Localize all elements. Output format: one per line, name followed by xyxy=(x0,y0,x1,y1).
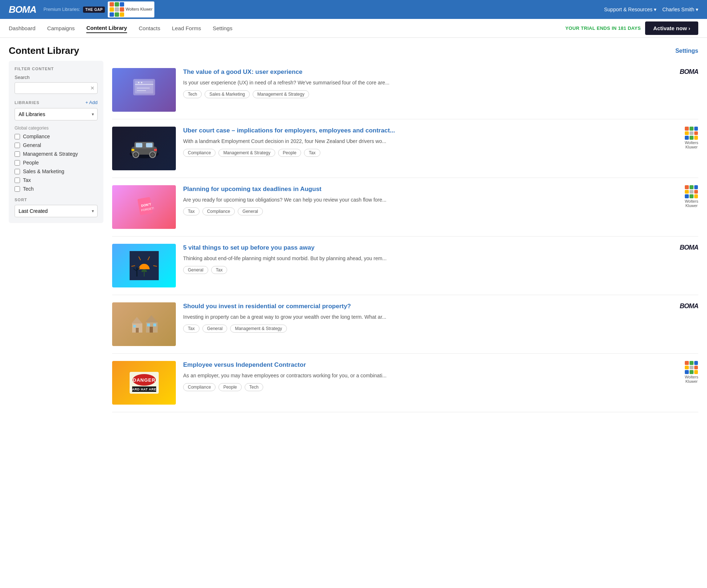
search-clear-icon[interactable]: ✕ xyxy=(90,85,95,91)
nav-contacts[interactable]: Contacts xyxy=(139,24,160,33)
categories-list: Compliance General Management & Strategy… xyxy=(15,134,98,192)
tag[interactable]: General xyxy=(202,325,228,333)
wk-source-text: WoltersKluwer xyxy=(685,199,698,208)
cat-sales-checkbox[interactable] xyxy=(15,169,20,174)
activate-button[interactable]: Activate now › xyxy=(645,21,698,35)
svg-marker-34 xyxy=(131,317,142,323)
libraries-select-wrap: All Libraries xyxy=(15,108,98,120)
category-general[interactable]: General xyxy=(15,142,98,148)
tag[interactable]: General xyxy=(183,266,208,274)
sidebar: FILTER CONTENT Search ✕ LIBRARIES + Add … xyxy=(9,61,103,412)
wk-source: WoltersKluwer xyxy=(685,361,698,384)
tag[interactable]: Management & Strategy xyxy=(253,90,309,98)
tag[interactable]: Management & Strategy xyxy=(218,149,275,157)
article-title[interactable]: Uber court case – implications for emplo… xyxy=(183,127,658,135)
article-body: Should you invest in residential or comm… xyxy=(183,302,658,333)
add-library-link[interactable]: + Add xyxy=(85,100,98,105)
svg-text:HARD HAT AREA: HARD HAT AREA xyxy=(129,388,159,391)
tag[interactable]: Tax xyxy=(211,266,228,274)
wk-source: WoltersKluwer xyxy=(685,185,698,208)
trial-text: YOUR TRIAL ENDS IN 181 DAYS xyxy=(565,25,641,31)
tag[interactable]: Tax xyxy=(183,207,200,215)
nav-lead-forms[interactable]: Lead Forms xyxy=(172,24,201,33)
search-label: Search xyxy=(15,75,98,80)
tag[interactable]: General xyxy=(238,207,263,215)
cat-tax-checkbox[interactable] xyxy=(15,178,20,183)
page-title: Content Library xyxy=(9,45,79,56)
article-card: Should you invest in residential or comm… xyxy=(112,295,698,354)
search-input-wrap: ✕ xyxy=(15,82,98,94)
article-title[interactable]: Planning for upcoming tax deadlines in A… xyxy=(183,185,658,193)
article-title[interactable]: Employee versus Independent Contractor xyxy=(183,361,658,369)
boma-logo: BOMA xyxy=(9,4,36,15)
svg-point-13 xyxy=(134,153,137,156)
thumb-inner: DANGER HARD HAT AREA xyxy=(112,361,176,405)
category-tax[interactable]: Tax xyxy=(15,177,98,183)
category-people[interactable]: People xyxy=(15,160,98,166)
article-tags: Tax Compliance General xyxy=(183,207,658,215)
wk-label: Wolters Kluwer xyxy=(126,7,153,12)
secondary-nav: Dashboard Campaigns Content Library Cont… xyxy=(0,19,707,38)
nav-campaigns[interactable]: Campaigns xyxy=(47,24,75,33)
sort-select[interactable]: Last Created xyxy=(15,205,98,217)
article-body: Employee versus Independent Contractor A… xyxy=(183,361,658,391)
tag[interactable]: Management & Strategy xyxy=(230,325,287,333)
car-icon xyxy=(128,134,161,163)
category-management[interactable]: Management & Strategy xyxy=(15,151,98,157)
svg-rect-37 xyxy=(133,325,136,327)
nav-dashboard[interactable]: Dashboard xyxy=(9,24,35,33)
cat-tech-checkbox[interactable] xyxy=(15,186,20,192)
article-title[interactable]: 5 vital things to set up before you pass… xyxy=(183,244,658,252)
wk-source: WoltersKluwer xyxy=(685,127,698,149)
user-menu[interactable]: Charles Smith ▾ xyxy=(662,7,698,12)
tag[interactable]: Compliance xyxy=(183,383,216,391)
article-source: BOMA xyxy=(665,68,698,76)
category-tech[interactable]: Tech xyxy=(15,186,98,192)
svg-rect-10 xyxy=(136,143,142,147)
article-tags: Compliance Management & Strategy People … xyxy=(183,149,658,157)
tag[interactable]: Tech xyxy=(183,90,202,98)
libraries-select[interactable]: All Libraries xyxy=(15,108,98,120)
tag[interactable]: Compliance xyxy=(183,149,216,157)
nav-settings[interactable]: Settings xyxy=(213,24,232,33)
cat-people-checkbox[interactable] xyxy=(15,160,20,166)
search-input[interactable] xyxy=(15,82,98,94)
article-tags: Compliance People Tech xyxy=(183,383,658,391)
article-thumbnail: DANGER HARD HAT AREA xyxy=(112,361,176,405)
thumb-inner xyxy=(112,244,176,287)
boma-source-logo: BOMA xyxy=(680,244,698,251)
tag[interactable]: Tax xyxy=(304,149,320,157)
svg-rect-36 xyxy=(136,328,139,333)
cat-compliance-checkbox[interactable] xyxy=(15,134,20,139)
tag[interactable]: Tech xyxy=(245,383,263,391)
article-title[interactable]: The value of a good UX: user experience xyxy=(183,68,658,76)
article-body: The value of a good UX: user experience … xyxy=(183,68,658,98)
category-compliance[interactable]: Compliance xyxy=(15,134,98,139)
tag[interactable]: Tax xyxy=(183,325,200,333)
cat-tech-label: Tech xyxy=(23,186,34,192)
tag[interactable]: Compliance xyxy=(202,207,235,215)
cat-management-checkbox[interactable] xyxy=(15,151,20,157)
trial-section: YOUR TRIAL ENDS IN 181 DAYS Activate now… xyxy=(565,21,698,35)
nav-content-library[interactable]: Content Library xyxy=(86,23,127,33)
global-cats-label: Global categories xyxy=(15,126,98,131)
cat-compliance-label: Compliance xyxy=(23,134,50,139)
cat-tax-label: Tax xyxy=(23,177,31,183)
support-link[interactable]: Support & Resources ▾ xyxy=(604,7,656,12)
cat-general-checkbox[interactable] xyxy=(15,143,20,148)
article-thumbnail: DON'T FORGET! xyxy=(112,185,176,229)
article-title[interactable]: Should you invest in residential or comm… xyxy=(183,302,658,310)
tag[interactable]: People xyxy=(218,383,241,391)
settings-link[interactable]: Settings xyxy=(675,48,698,54)
article-card: Uber court case – implications for emplo… xyxy=(112,119,698,178)
svg-point-4 xyxy=(141,82,142,83)
boma-source-logo: BOMA xyxy=(680,68,698,76)
sunset-icon xyxy=(130,251,159,280)
tag[interactable]: Sales & Marketing xyxy=(205,90,249,98)
tag[interactable]: People xyxy=(278,149,301,157)
category-sales[interactable]: Sales & Marketing xyxy=(15,168,98,174)
article-desc: Thinking about end-of-life planning migh… xyxy=(183,255,658,262)
article-desc: Are you ready for upcoming tax obligatio… xyxy=(183,196,658,204)
thumb-inner xyxy=(112,127,176,170)
premium-label: Premium Libraries: xyxy=(43,7,80,12)
